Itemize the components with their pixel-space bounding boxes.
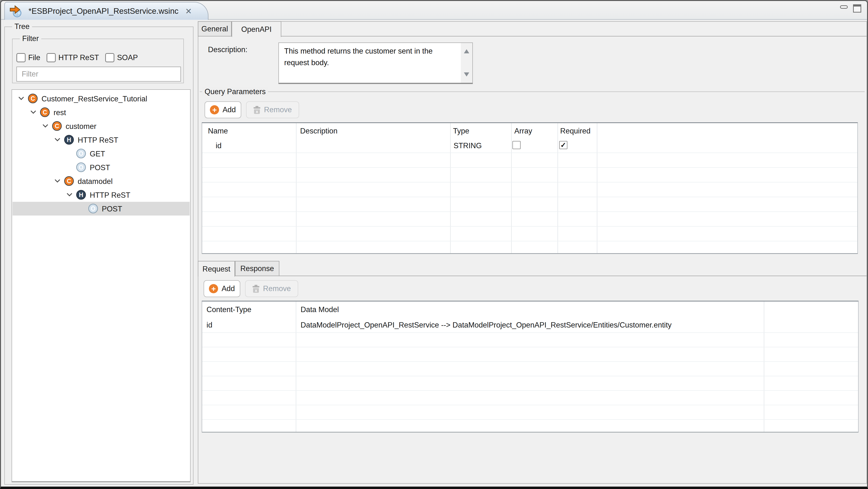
description-text: This method returns the customer sent in… [284, 45, 446, 68]
row-separator [202, 153, 857, 153]
checkbox-icon[interactable] [17, 53, 26, 62]
tree-node-c-icon: C [40, 108, 50, 117]
checkbox-icon[interactable] [46, 53, 56, 62]
tree-node-o-icon: O [76, 162, 86, 172]
row-separator [202, 405, 858, 405]
editor-window: *ESBProject_OpenAPI_RestService.wsinc ✕ … [0, 0, 868, 489]
payload-remove-button[interactable]: x Remove [245, 280, 298, 297]
filter-input[interactable] [17, 67, 181, 82]
row-separator [202, 361, 858, 362]
column-separator [597, 123, 597, 253]
column-separator [450, 123, 451, 253]
maximize-view-icon[interactable] [853, 4, 861, 12]
tree-group-label: Tree [12, 22, 32, 31]
row-separator [202, 347, 858, 347]
checkbox-label: File [28, 53, 40, 62]
query-parameters-table[interactable]: NameDescriptionTypeArrayRequiredidSTRING… [202, 122, 858, 254]
tree-node-h-icon: H [64, 135, 74, 145]
tree-item-label: customer [66, 122, 96, 131]
tab-openapi[interactable]: OpenAPI [231, 21, 281, 37]
row-separator [202, 167, 857, 168]
tree-item-rest[interactable]: Crest [12, 105, 190, 119]
tab-folder-line [198, 36, 867, 36]
filter-checkbox-http-rest[interactable]: HTTP ReST [46, 53, 99, 62]
column-separator [511, 123, 512, 253]
trash-icon: x [253, 106, 260, 114]
tree-item-http-rest[interactable]: HHTTP ReST [12, 188, 190, 202]
tree-item-post[interactable]: OPOST [12, 160, 190, 174]
description-textarea[interactable]: This method returns the customer sent in… [278, 42, 473, 84]
filter-checkbox-soap[interactable]: SOAP [105, 53, 138, 62]
scroll-down-icon[interactable] [464, 72, 469, 77]
checkbox-label: SOAP [117, 53, 138, 62]
query-param-type: STRING [454, 142, 482, 149]
chevron-down-icon[interactable] [67, 193, 72, 197]
tab-response[interactable]: Response [235, 261, 279, 276]
table-header-description: Description [300, 127, 338, 135]
scroll-up-icon[interactable] [464, 49, 469, 53]
array-checkbox[interactable] [513, 141, 521, 149]
filter-checkbox-file[interactable]: File [17, 53, 40, 62]
tab-general[interactable]: General [198, 21, 231, 36]
filter-group-label: Filter [20, 34, 41, 43]
column-separator [296, 123, 297, 253]
tree-item-datamodel[interactable]: Cdatamodel [12, 174, 190, 188]
row-separator [202, 419, 858, 420]
tree-item-customer[interactable]: Ccustomer [12, 119, 190, 133]
chevron-down-icon[interactable] [55, 138, 60, 142]
tree-item-post[interactable]: OPOST [12, 202, 190, 216]
query-param-name: id [216, 142, 221, 149]
tree-node-c-icon: C [28, 94, 38, 103]
editor-tab[interactable]: *ESBProject_OpenAPI_RestService.wsinc ✕ [4, 2, 209, 20]
tree-node-h-icon: H [76, 190, 86, 200]
query-parameters-add-button[interactable]: + Add [205, 101, 241, 118]
tree-item-label: GET [90, 150, 105, 158]
row-separator [202, 211, 857, 212]
tree-node-c-icon: C [64, 176, 74, 186]
required-checkbox[interactable]: ✓ [559, 141, 567, 149]
row-separator [202, 376, 858, 376]
tree-item-label: POST [90, 163, 110, 172]
add-plus-icon: + [209, 284, 218, 293]
tree-node-o-icon: O [88, 204, 98, 213]
row-separator [202, 390, 858, 391]
tree-item-label: HTTP ReST [78, 136, 118, 145]
tree-item-label: HTTP ReST [90, 191, 130, 200]
payload-add-button[interactable]: + Add [204, 280, 240, 297]
tree-item-label: datamodel [78, 177, 113, 186]
chevron-down-icon[interactable] [42, 124, 48, 128]
description-label: Description: [208, 45, 248, 54]
row-separator [202, 226, 857, 227]
close-icon[interactable]: ✕ [185, 6, 192, 16]
tree-item-http-rest[interactable]: HHTTP ReST [12, 133, 190, 147]
tree-item-label: rest [54, 109, 66, 117]
service-tree[interactable]: CCustomer_RestService_TutorialCrestCcust… [11, 89, 191, 482]
payload-data-model: DataModelProject_OpenAPI_RestService -->… [301, 321, 672, 329]
query-parameters-group-line [200, 91, 865, 92]
add-plus-icon: + [210, 105, 219, 114]
payload-content-type: id [207, 321, 212, 329]
chevron-down-icon[interactable] [55, 179, 60, 183]
chevron-down-icon[interactable] [18, 96, 24, 100]
checkbox-icon[interactable] [105, 53, 114, 62]
row-separator [202, 332, 858, 333]
query-parameters-group-label: Query Parameters [202, 87, 268, 96]
payload-table[interactable]: Content-TypeData ModelidDataModelProject… [202, 301, 859, 432]
row-separator [202, 197, 857, 197]
tree-node-c-icon: C [52, 121, 62, 131]
filter-checkbox-row: FileHTTP ReSTSOAP [17, 53, 138, 62]
description-scrollbar[interactable] [461, 43, 472, 83]
column-separator [764, 302, 764, 432]
chevron-down-icon[interactable] [30, 110, 36, 114]
table-header-content-type: Content-Type [207, 306, 251, 313]
column-separator [558, 123, 558, 253]
tree-item-get[interactable]: OGET [12, 147, 190, 160]
minimize-view-icon[interactable] [840, 5, 848, 9]
table-header-array: Array [514, 127, 532, 135]
query-parameters-remove-button[interactable]: x Remove [246, 101, 299, 118]
tab-request[interactable]: Request [198, 261, 235, 277]
wsinc-file-icon [9, 4, 23, 18]
table-header-data-model: Data Model [301, 306, 339, 313]
editor-tab-title: *ESBProject_OpenAPI_RestService.wsinc [28, 6, 179, 16]
tree-item-customer_restservice_tutorial[interactable]: CCustomer_RestService_Tutorial [12, 92, 190, 105]
